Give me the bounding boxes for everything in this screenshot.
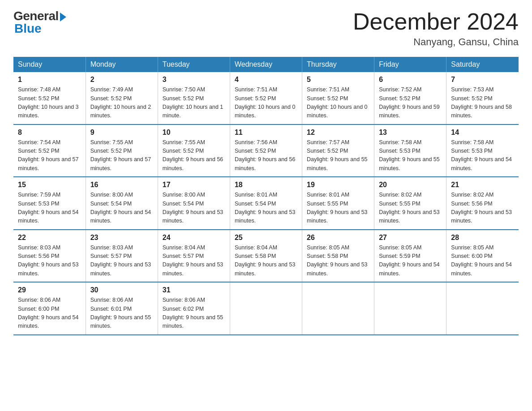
day-number: 23 xyxy=(90,234,153,242)
day-cell: 12 Sunrise: 7:57 AMSunset: 5:52 PMDaylig… xyxy=(302,124,374,177)
day-info: Sunrise: 7:57 AMSunset: 5:52 PMDaylight:… xyxy=(307,139,368,171)
day-info: Sunrise: 8:06 AMSunset: 6:00 PMDaylight:… xyxy=(18,297,79,329)
day-info: Sunrise: 7:58 AMSunset: 5:53 PMDaylight:… xyxy=(451,139,512,171)
day-number: 21 xyxy=(451,181,514,189)
day-cell: 24 Sunrise: 8:04 AMSunset: 5:57 PMDaylig… xyxy=(158,230,230,283)
day-number: 30 xyxy=(90,286,153,294)
day-number: 2 xyxy=(90,76,153,84)
day-cell: 3 Sunrise: 7:50 AMSunset: 5:52 PMDayligh… xyxy=(158,72,230,124)
day-number: 4 xyxy=(235,76,297,84)
day-info: Sunrise: 7:55 AMSunset: 5:52 PMDaylight:… xyxy=(90,139,151,171)
day-info: Sunrise: 8:05 AMSunset: 6:00 PMDaylight:… xyxy=(451,244,512,277)
page-header: General Blue December 2024 Nanyang, Gans… xyxy=(13,9,519,48)
day-info: Sunrise: 8:02 AMSunset: 5:55 PMDaylight:… xyxy=(379,192,440,224)
day-info: Sunrise: 8:05 AMSunset: 5:58 PMDaylight:… xyxy=(307,244,368,277)
day-cell: 20 Sunrise: 8:02 AMSunset: 5:55 PMDaylig… xyxy=(374,177,446,230)
day-cell: 23 Sunrise: 8:03 AMSunset: 5:57 PMDaylig… xyxy=(86,230,158,283)
day-cell: 14 Sunrise: 7:58 AMSunset: 5:53 PMDaylig… xyxy=(446,124,519,177)
day-number: 6 xyxy=(379,76,442,84)
day-cell: 26 Sunrise: 8:05 AMSunset: 5:58 PMDaylig… xyxy=(302,230,374,283)
day-number: 24 xyxy=(163,234,225,242)
day-cell: 5 Sunrise: 7:51 AMSunset: 5:52 PMDayligh… xyxy=(302,72,374,124)
day-cell: 21 Sunrise: 8:02 AMSunset: 5:56 PMDaylig… xyxy=(446,177,519,230)
day-cell: 6 Sunrise: 7:52 AMSunset: 5:52 PMDayligh… xyxy=(374,72,446,124)
day-number: 31 xyxy=(163,286,225,294)
day-number: 10 xyxy=(163,128,225,137)
day-number: 11 xyxy=(235,128,297,137)
day-info: Sunrise: 8:02 AMSunset: 5:56 PMDaylight:… xyxy=(451,192,512,224)
logo-blue-text: Blue xyxy=(13,21,42,36)
day-cell: 13 Sunrise: 7:58 AMSunset: 5:53 PMDaylig… xyxy=(374,124,446,177)
day-cell: 19 Sunrise: 8:01 AMSunset: 5:55 PMDaylig… xyxy=(302,177,374,230)
day-info: Sunrise: 8:03 AMSunset: 5:57 PMDaylight:… xyxy=(90,244,151,277)
day-cell: 10 Sunrise: 7:55 AMSunset: 5:52 PMDaylig… xyxy=(158,124,230,177)
day-number: 29 xyxy=(18,286,81,294)
day-cell xyxy=(374,282,446,335)
day-cell: 17 Sunrise: 8:00 AMSunset: 5:54 PMDaylig… xyxy=(158,177,230,230)
header-day-friday: Friday xyxy=(374,57,446,72)
day-number: 3 xyxy=(163,76,225,84)
calendar-table: SundayMondayTuesdayWednesdayThursdayFrid… xyxy=(13,57,519,335)
day-info: Sunrise: 7:51 AMSunset: 5:52 PMDaylight:… xyxy=(307,86,368,119)
day-number: 20 xyxy=(379,181,442,189)
header-day-wednesday: Wednesday xyxy=(230,57,302,72)
week-row-5: 29 Sunrise: 8:06 AMSunset: 6:00 PMDaylig… xyxy=(13,282,519,335)
day-cell: 8 Sunrise: 7:54 AMSunset: 5:52 PMDayligh… xyxy=(13,124,86,177)
day-info: Sunrise: 8:03 AMSunset: 5:56 PMDaylight:… xyxy=(18,244,79,277)
day-number: 25 xyxy=(235,234,297,242)
header-day-tuesday: Tuesday xyxy=(158,57,230,72)
day-number: 15 xyxy=(18,181,81,189)
day-info: Sunrise: 7:52 AMSunset: 5:52 PMDaylight:… xyxy=(379,86,440,119)
header-day-sunday: Sunday xyxy=(13,57,86,72)
day-info: Sunrise: 8:00 AMSunset: 5:54 PMDaylight:… xyxy=(90,192,151,224)
day-info: Sunrise: 7:51 AMSunset: 5:52 PMDaylight:… xyxy=(235,86,296,119)
day-info: Sunrise: 8:01 AMSunset: 5:55 PMDaylight:… xyxy=(307,192,368,224)
day-number: 16 xyxy=(90,181,153,189)
day-cell xyxy=(446,282,519,335)
day-cell: 15 Sunrise: 7:59 AMSunset: 5:53 PMDaylig… xyxy=(13,177,86,230)
day-number: 5 xyxy=(307,76,369,84)
day-cell: 27 Sunrise: 8:05 AMSunset: 5:59 PMDaylig… xyxy=(374,230,446,283)
week-row-1: 1 Sunrise: 7:48 AMSunset: 5:52 PMDayligh… xyxy=(13,72,519,124)
day-info: Sunrise: 7:54 AMSunset: 5:52 PMDaylight:… xyxy=(18,139,79,171)
day-number: 9 xyxy=(90,128,153,137)
day-info: Sunrise: 7:59 AMSunset: 5:53 PMDaylight:… xyxy=(18,192,79,224)
day-cell: 2 Sunrise: 7:49 AMSunset: 5:52 PMDayligh… xyxy=(86,72,158,124)
day-cell: 18 Sunrise: 8:01 AMSunset: 5:54 PMDaylig… xyxy=(230,177,302,230)
day-cell: 9 Sunrise: 7:55 AMSunset: 5:52 PMDayligh… xyxy=(86,124,158,177)
day-number: 8 xyxy=(18,128,81,137)
day-number: 19 xyxy=(307,181,369,189)
calendar-header: SundayMondayTuesdayWednesdayThursdayFrid… xyxy=(13,57,519,72)
day-info: Sunrise: 8:06 AMSunset: 6:02 PMDaylight:… xyxy=(163,297,223,329)
day-number: 13 xyxy=(379,128,442,137)
header-day-monday: Monday xyxy=(86,57,158,72)
day-info: Sunrise: 8:04 AMSunset: 5:58 PMDaylight:… xyxy=(235,244,296,277)
day-number: 14 xyxy=(451,128,514,137)
day-cell: 1 Sunrise: 7:48 AMSunset: 5:52 PMDayligh… xyxy=(13,72,86,124)
day-number: 18 xyxy=(235,181,297,189)
day-number: 27 xyxy=(379,234,442,242)
day-info: Sunrise: 7:50 AMSunset: 5:52 PMDaylight:… xyxy=(163,86,223,119)
week-row-3: 15 Sunrise: 7:59 AMSunset: 5:53 PMDaylig… xyxy=(13,177,519,230)
day-info: Sunrise: 8:01 AMSunset: 5:54 PMDaylight:… xyxy=(235,192,296,224)
day-info: Sunrise: 8:04 AMSunset: 5:57 PMDaylight:… xyxy=(163,244,223,277)
day-number: 22 xyxy=(18,234,81,242)
day-cell: 25 Sunrise: 8:04 AMSunset: 5:58 PMDaylig… xyxy=(230,230,302,283)
day-info: Sunrise: 8:05 AMSunset: 5:59 PMDaylight:… xyxy=(379,244,440,277)
day-info: Sunrise: 8:06 AMSunset: 6:01 PMDaylight:… xyxy=(90,297,151,329)
day-info: Sunrise: 7:58 AMSunset: 5:53 PMDaylight:… xyxy=(379,139,440,171)
month-title: December 2024 xyxy=(353,9,519,34)
day-info: Sunrise: 7:53 AMSunset: 5:52 PMDaylight:… xyxy=(451,86,512,119)
location: Nanyang, Gansu, China xyxy=(353,36,519,48)
day-info: Sunrise: 7:48 AMSunset: 5:52 PMDaylight:… xyxy=(18,86,79,119)
day-info: Sunrise: 8:00 AMSunset: 5:54 PMDaylight:… xyxy=(163,192,223,224)
day-number: 12 xyxy=(307,128,369,137)
calendar-body: 1 Sunrise: 7:48 AMSunset: 5:52 PMDayligh… xyxy=(13,72,519,335)
day-cell: 28 Sunrise: 8:05 AMSunset: 6:00 PMDaylig… xyxy=(446,230,519,283)
week-row-4: 22 Sunrise: 8:03 AMSunset: 5:56 PMDaylig… xyxy=(13,230,519,283)
header-day-thursday: Thursday xyxy=(302,57,374,72)
day-cell: 16 Sunrise: 8:00 AMSunset: 5:54 PMDaylig… xyxy=(86,177,158,230)
header-row: SundayMondayTuesdayWednesdayThursdayFrid… xyxy=(13,57,519,72)
day-cell: 30 Sunrise: 8:06 AMSunset: 6:01 PMDaylig… xyxy=(86,282,158,335)
day-cell: 4 Sunrise: 7:51 AMSunset: 5:52 PMDayligh… xyxy=(230,72,302,124)
